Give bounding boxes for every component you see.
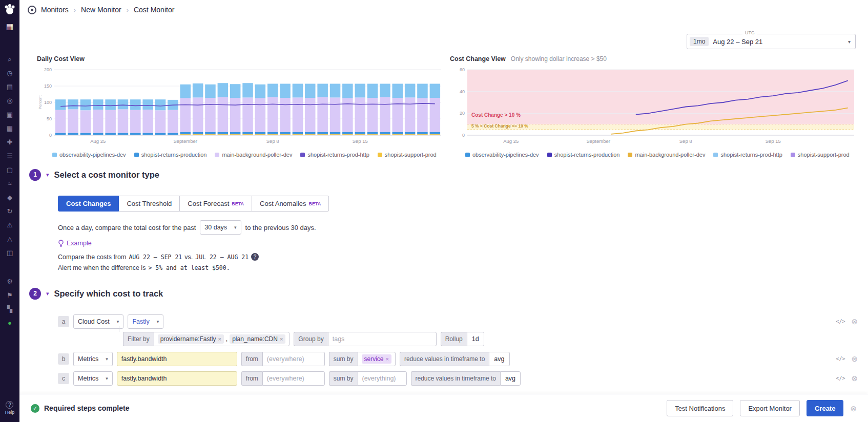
collapse-chevron-icon[interactable]: ▾ bbox=[46, 290, 49, 297]
legend-item[interactable]: main-background-poller-dev bbox=[628, 152, 705, 158]
tab-cost-changes[interactable]: Cost Changes bbox=[58, 196, 119, 212]
help-button[interactable]: ? Help bbox=[5, 401, 15, 415]
svg-text:Cost Change > 10 %: Cost Change > 10 % bbox=[471, 112, 521, 118]
workflows-icon[interactable]: ⚙ bbox=[4, 277, 15, 286]
cloud-cost-icon[interactable]: ● bbox=[4, 319, 15, 328]
remove-row-icon[interactable]: ⊗ bbox=[851, 374, 858, 382]
database-icon[interactable]: ◫ bbox=[4, 248, 15, 258]
export-monitor-button[interactable]: Export Monitor bbox=[740, 400, 800, 416]
sentence-suffix: to the previous 30 days. bbox=[245, 224, 316, 231]
from-input[interactable] bbox=[262, 352, 325, 366]
rollup-value[interactable]: 1d bbox=[467, 332, 484, 346]
apps-grid-icon[interactable]: ▦ bbox=[6, 22, 13, 31]
legend-item[interactable]: main-background-poller-dev bbox=[215, 152, 292, 158]
legend-swatch bbox=[52, 153, 57, 157]
aggregation-select[interactable]: avg bbox=[489, 352, 509, 366]
remove-row-icon[interactable]: ⊗ bbox=[851, 355, 858, 363]
legend-item[interactable]: shopist-support-prod bbox=[378, 152, 437, 158]
rollup-label: Rollup bbox=[441, 332, 467, 346]
remove-token-icon[interactable]: × bbox=[386, 356, 389, 362]
svg-text:40: 40 bbox=[460, 89, 465, 94]
metrics-icon[interactable]: ▤ bbox=[4, 82, 15, 92]
bits-ai-icon[interactable]: ✚ bbox=[4, 138, 15, 147]
footer-actions: Test Notifications Export Monitor Create… bbox=[667, 400, 857, 416]
utc-label: UTC bbox=[742, 30, 757, 35]
data-source-select[interactable]: Metrics ▾ bbox=[73, 371, 113, 386]
sum-by-input[interactable] bbox=[358, 371, 407, 386]
history-icon[interactable]: ◷ bbox=[4, 69, 15, 78]
time-range-picker[interactable]: 1mo Aug 22 – Sep 21 ▾ UTC bbox=[687, 34, 856, 49]
legend-item[interactable]: observability-pipelines-dev bbox=[465, 152, 539, 158]
legend-item[interactable]: shopist-returns-prod-http bbox=[713, 152, 782, 158]
service-map-icon[interactable]: ◆ bbox=[4, 193, 15, 202]
breadcrumb-cost-monitor[interactable]: Cost Monitor bbox=[134, 6, 174, 14]
group-by-input[interactable] bbox=[328, 332, 437, 346]
legend-swatch bbox=[713, 153, 718, 157]
error-tracking-icon[interactable]: ⚠ bbox=[4, 221, 15, 230]
terminal-icon[interactable]: ▚ bbox=[4, 305, 15, 314]
check-icon: ✓ bbox=[31, 404, 39, 413]
breadcrumb-monitors[interactable]: Monitors bbox=[41, 6, 69, 14]
example-toggle[interactable]: Example bbox=[58, 240, 92, 247]
datadog-logo-icon[interactable] bbox=[3, 3, 16, 18]
data-source-select[interactable]: Cloud Cost ▾ bbox=[73, 314, 123, 329]
integrations-icon[interactable]: ▦ bbox=[4, 124, 15, 133]
provider-select[interactable]: Fastly ▾ bbox=[128, 314, 163, 329]
sum-by-token[interactable]: service × bbox=[362, 354, 391, 364]
apm-icon[interactable]: ≈ bbox=[4, 179, 15, 188]
rollup-group: Rollup 1d bbox=[441, 332, 484, 346]
from-input[interactable] bbox=[262, 371, 325, 386]
code-view-icon[interactable]: </> bbox=[836, 319, 845, 324]
tab-label: Cost Anomalies bbox=[260, 200, 306, 207]
sum-by-input[interactable]: service × bbox=[358, 352, 396, 366]
create-button[interactable]: Create bbox=[807, 400, 843, 416]
dashboards-icon[interactable]: ▢ bbox=[4, 165, 15, 175]
reduce-label: reduce values in timeframe to bbox=[411, 371, 500, 386]
collapse-chevron-icon[interactable]: ▾ bbox=[46, 172, 49, 178]
nav-icon-group-bottom: ⚙⚑▚● bbox=[4, 277, 15, 328]
filter-token[interactable]: plan_name:CDN × bbox=[230, 334, 285, 344]
period-select[interactable]: 30 days ▾ bbox=[200, 220, 241, 235]
legend-item[interactable]: shopist-returns-prod-http bbox=[300, 152, 369, 158]
help-label: Help bbox=[5, 410, 15, 415]
tab-cost-anomalies[interactable]: Cost AnomaliesBETA bbox=[252, 196, 329, 212]
remove-row-icon[interactable]: ⊗ bbox=[851, 318, 858, 325]
sum-by-label: sum by bbox=[329, 371, 358, 386]
remove-token-icon[interactable]: × bbox=[280, 336, 283, 342]
data-source-select[interactable]: Metrics ▾ bbox=[73, 352, 113, 366]
from-group: from bbox=[241, 352, 325, 366]
help-tooltip-icon[interactable]: ? bbox=[251, 253, 259, 261]
tab-cost-forecast[interactable]: Cost ForecastBETA bbox=[180, 196, 252, 212]
logs-icon[interactable]: ☰ bbox=[4, 152, 15, 161]
code-view-icon[interactable]: </> bbox=[836, 375, 845, 381]
incidents-icon[interactable]: ⚑ bbox=[4, 291, 15, 300]
search-icon[interactable]: ⌕ bbox=[4, 55, 15, 64]
legend-item[interactable]: observability-pipelines-dev bbox=[52, 152, 126, 158]
legend-item[interactable]: shopist-support-prod bbox=[791, 152, 850, 158]
test-notifications-button[interactable]: Test Notifications bbox=[667, 400, 733, 416]
legend-item[interactable]: shopist-returns-production bbox=[134, 152, 207, 158]
row-a-actions: </> ⊗ bbox=[836, 318, 858, 325]
sum-by-label: sum by bbox=[329, 352, 358, 366]
filter-token[interactable]: providername:Fastly × bbox=[158, 334, 224, 344]
svg-text:September: September bbox=[173, 138, 197, 144]
remove-token-icon[interactable]: × bbox=[218, 336, 221, 342]
metric-input[interactable] bbox=[117, 352, 237, 366]
chevron-down-icon: ▾ bbox=[106, 356, 108, 362]
aggregation-select[interactable]: avg bbox=[500, 371, 521, 386]
synthetics-icon[interactable]: ↻ bbox=[4, 207, 15, 216]
code-view-icon[interactable]: </> bbox=[836, 356, 845, 362]
tab-cost-threshold[interactable]: Cost Threshold bbox=[119, 196, 180, 212]
ci-icon[interactable]: △ bbox=[4, 235, 15, 244]
metric-input[interactable] bbox=[117, 371, 237, 386]
legend-item[interactable]: shopist-returns-production bbox=[547, 152, 620, 158]
filter-tokens-input[interactable]: providername:Fastly × , plan_name:CDN × bbox=[154, 332, 290, 346]
breadcrumb-separator-icon: › bbox=[74, 6, 76, 14]
dismiss-footer-icon[interactable]: ⊗ bbox=[850, 405, 857, 412]
infrastructure-icon[interactable]: ▣ bbox=[4, 110, 15, 119]
breadcrumb-new-monitor[interactable]: New Monitor bbox=[81, 6, 121, 14]
time-range-chip[interactable]: 1mo bbox=[690, 37, 709, 46]
chart-title: Cost Change View bbox=[450, 55, 506, 62]
svg-text:0: 0 bbox=[462, 133, 465, 138]
watchdog-icon[interactable]: ◎ bbox=[4, 96, 15, 106]
